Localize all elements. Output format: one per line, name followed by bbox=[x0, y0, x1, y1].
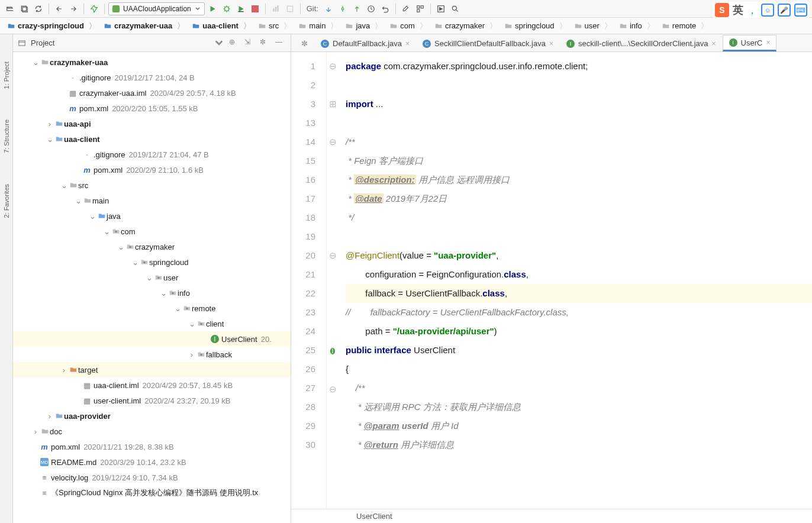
breadcrumb-item[interactable]: main〉 bbox=[295, 21, 341, 31]
svg-point-17 bbox=[129, 246, 131, 248]
back-icon[interactable] bbox=[53, 2, 66, 15]
line-gutter: 123131415161718192021222324252627282930 bbox=[291, 52, 327, 509]
run-config-selector[interactable]: UAACloudApplication bbox=[108, 2, 205, 15]
git-history-icon[interactable] bbox=[365, 2, 378, 15]
panel-dropdown-icon[interactable] bbox=[214, 38, 224, 49]
tree-row[interactable]: ›target bbox=[13, 362, 291, 377]
git-commit-icon[interactable] bbox=[336, 2, 349, 15]
tree-row[interactable]: ⌄src bbox=[13, 177, 291, 193]
main-toolbar: UAACloudApplication Git: bbox=[0, 0, 812, 18]
tree-row[interactable]: ⌄crazymaker-uaa bbox=[13, 54, 291, 70]
tree-row[interactable]: ▦uaa-client.iml2020/4/29 20:57, 18.45 kB bbox=[13, 377, 291, 393]
ime-punct-icon[interactable]: ， bbox=[747, 3, 758, 17]
editor-tab[interactable]: CDefaultFallback.java× bbox=[314, 35, 416, 51]
sync-icon[interactable] bbox=[32, 2, 45, 15]
tree-row[interactable]: ◦.gitignore2019/12/17 21:04, 47 B bbox=[13, 147, 291, 162]
run-icon[interactable] bbox=[206, 2, 219, 15]
tree-row[interactable]: ›fallback bbox=[13, 347, 291, 362]
git-update-icon[interactable] bbox=[322, 2, 335, 15]
svg-rect-7 bbox=[287, 6, 292, 11]
search-icon[interactable] bbox=[449, 2, 462, 15]
panel-settings-icon[interactable]: ✼ bbox=[260, 38, 270, 49]
run-anything-icon[interactable] bbox=[434, 2, 447, 15]
git-rollback-icon[interactable] bbox=[379, 2, 392, 15]
tree-row[interactable]: ⌄user bbox=[13, 270, 291, 285]
tree-row[interactable]: MDREADME.md2020/3/29 10:14, 23.2 kB bbox=[13, 454, 291, 470]
save-all-icon[interactable] bbox=[18, 2, 31, 15]
project-panel: Project ⊕ ⇲ ✼ — ⌄crazymaker-uaa◦.gitigno… bbox=[13, 34, 291, 523]
tree-row[interactable]: ≡《SpringCloud Nginx 高并发核心编程》随书源码 使用说明.tx bbox=[13, 485, 291, 501]
stop-icon[interactable] bbox=[249, 2, 262, 15]
ime-emoji-icon[interactable]: ☺ bbox=[761, 4, 774, 17]
tree-row[interactable]: IUserClient20. bbox=[13, 331, 291, 347]
breadcrumb-item[interactable]: remote〉 bbox=[658, 21, 712, 31]
breadcrumb-item[interactable]: java〉 bbox=[341, 21, 386, 31]
editor-tab[interactable]: IUserC× bbox=[723, 35, 777, 51]
expand-icon[interactable]: ⇲ bbox=[244, 38, 255, 49]
tree-row[interactable]: ▦crazymaker-uaa.iml2020/4/29 20:57, 4.18… bbox=[13, 85, 291, 101]
ime-keyboard-icon[interactable]: ⌨ bbox=[794, 4, 807, 17]
tree-row[interactable]: ›doc bbox=[13, 424, 291, 439]
debug-icon[interactable] bbox=[220, 2, 233, 15]
ime-lang[interactable]: 英 bbox=[733, 3, 743, 17]
tree-row[interactable]: mpom.xml2020/2/9 21:10, 1.6 kB bbox=[13, 162, 291, 177]
ime-voice-icon[interactable]: 🎤 bbox=[778, 4, 791, 17]
svg-rect-10 bbox=[417, 5, 420, 8]
chevron-down-icon bbox=[195, 6, 201, 12]
attach-icon[interactable] bbox=[283, 2, 297, 15]
svg-point-19 bbox=[157, 277, 160, 279]
build-icon[interactable] bbox=[88, 2, 101, 15]
tree-row[interactable]: ⌄crazymaker bbox=[13, 239, 291, 254]
breadcrumb-item[interactable]: uaa-client〉 bbox=[188, 21, 254, 31]
breadcrumb-item[interactable]: info〉 bbox=[616, 21, 658, 31]
breadcrumb-item[interactable]: com〉 bbox=[386, 21, 431, 31]
svg-rect-15 bbox=[19, 40, 25, 45]
code-editor[interactable]: 123131415161718192021222324252627282930 … bbox=[291, 52, 812, 509]
svg-point-8 bbox=[341, 8, 344, 10]
tree-row[interactable]: ⌄remote bbox=[13, 301, 291, 316]
open-icon[interactable] bbox=[4, 2, 17, 15]
tree-row[interactable]: ›uaa-provider bbox=[13, 408, 291, 424]
editor-tab[interactable]: Iseckill-client\...\SeckillOrderClient.j… bbox=[560, 35, 723, 51]
locate-icon[interactable]: ⊕ bbox=[229, 38, 240, 49]
tree-row[interactable]: ◦.gitignore2019/12/17 21:04, 24 B bbox=[13, 70, 291, 85]
sogou-icon[interactable]: S bbox=[715, 3, 729, 17]
profile-icon[interactable] bbox=[269, 2, 282, 15]
svg-rect-3 bbox=[252, 5, 259, 12]
breadcrumb-item[interactable]: crazy-springcloud〉 bbox=[4, 21, 100, 31]
tree-row[interactable]: mpom.xml2020/2/20 15:05, 1.55 kB bbox=[13, 101, 291, 116]
breadcrumb-item[interactable]: src〉 bbox=[254, 21, 295, 31]
tree-row[interactable]: ⌄com bbox=[13, 224, 291, 239]
coverage-icon[interactable] bbox=[234, 2, 247, 15]
structure-tab[interactable]: 7: Structure bbox=[2, 116, 11, 157]
hide-icon[interactable]: — bbox=[275, 38, 286, 49]
favorites-tab[interactable]: 2: Favorites bbox=[2, 180, 11, 221]
editor-tabs: ✼CDefaultFallback.java×CSeckillClientDef… bbox=[291, 34, 812, 52]
tree-row[interactable]: ›uaa-api bbox=[13, 116, 291, 131]
breadcrumb-item[interactable]: crazymaker〉 bbox=[431, 21, 501, 31]
tree-row[interactable]: ▦user-client.iml2020/2/4 23:27, 20.19 kB bbox=[13, 393, 291, 408]
tree-row[interactable]: ⌄main bbox=[13, 193, 291, 208]
code-content[interactable]: package com.crazymaker.springcloud.user.… bbox=[339, 52, 812, 509]
editor-tab[interactable]: CSeckillClientDefaultFallback.java× bbox=[416, 35, 560, 51]
tree-row[interactable]: ⌄info bbox=[13, 285, 291, 301]
editor-tab[interactable]: ✼ bbox=[295, 35, 314, 51]
tree-row[interactable]: ⌄uaa-client bbox=[13, 131, 291, 147]
svg-point-18 bbox=[143, 262, 146, 264]
tree-row[interactable]: ≡velocity.log2019/12/24 9:10, 7.34 kB bbox=[13, 470, 291, 485]
svg-rect-5 bbox=[275, 7, 276, 11]
project-structure-icon[interactable] bbox=[414, 2, 427, 15]
breadcrumb-item[interactable]: springcloud〉 bbox=[501, 21, 571, 31]
project-tree[interactable]: ⌄crazymaker-uaa◦.gitignore2019/12/17 21:… bbox=[13, 52, 291, 523]
tree-row[interactable]: ⌄client bbox=[13, 316, 291, 331]
tree-row[interactable]: mpom.xml2020/11/21 19:28, 8.38 kB bbox=[13, 439, 291, 454]
svg-point-23 bbox=[200, 354, 202, 356]
breadcrumb-item[interactable]: user〉 bbox=[571, 21, 616, 31]
tree-row[interactable]: ⌄java bbox=[13, 208, 291, 224]
forward-icon[interactable] bbox=[67, 2, 80, 15]
settings-icon[interactable] bbox=[399, 2, 413, 15]
tree-row[interactable]: ⌄springcloud bbox=[13, 254, 291, 270]
breadcrumb-item[interactable]: crazymaker-uaa〉 bbox=[100, 21, 188, 31]
git-push-icon[interactable] bbox=[350, 2, 363, 15]
project-tab[interactable]: 1: Project bbox=[2, 58, 11, 92]
